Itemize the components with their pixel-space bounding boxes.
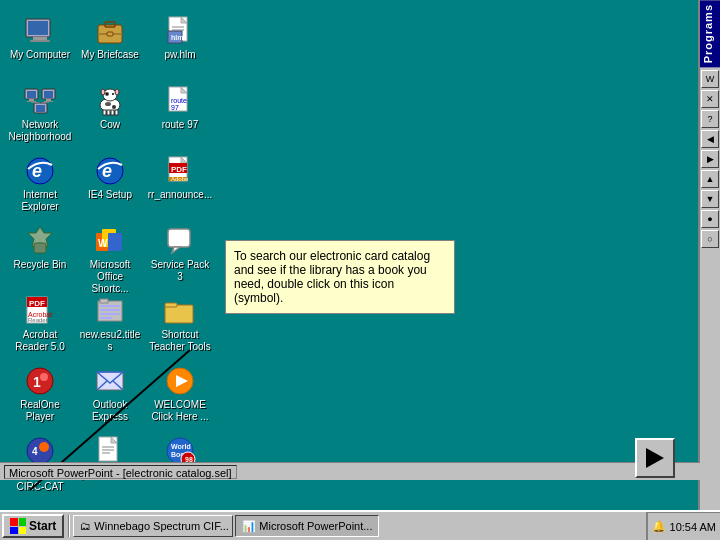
svg-point-84 <box>27 438 53 464</box>
callout-box: To search our electronic card catalog an… <box>225 240 455 314</box>
acrobat-icon: PDF Acrobat Reader <box>24 295 56 327</box>
icon-label: pw.hlm <box>164 49 195 61</box>
sidebar-btn-up[interactable]: ▲ <box>701 170 719 188</box>
svg-rect-74 <box>165 303 177 307</box>
svg-text:PDF: PDF <box>171 165 187 174</box>
programs-label: Programs <box>700 0 720 67</box>
svg-point-29 <box>105 102 111 106</box>
taskbar-item-label: Microsoft PowerPoint... <box>259 520 372 532</box>
desktop-icon-ms-office[interactable]: W Microsoft Office Shortc... <box>75 220 145 288</box>
svg-rect-1 <box>28 21 48 35</box>
desktop-icon-rr-announce[interactable]: PDF Adobe rr_announce... <box>145 150 215 218</box>
start-label: Start <box>29 519 56 533</box>
callout-text: To search our electronic card catalog an… <box>234 249 430 305</box>
svg-point-77 <box>40 373 48 381</box>
taskbar-clock: 🔔 10:54 AM <box>646 512 720 540</box>
icon-label: Shortcut Teacher Tools <box>148 329 213 353</box>
desktop-icon-realplayer[interactable]: 1 RealOne Player <box>5 360 75 428</box>
svg-rect-72 <box>100 317 112 319</box>
svg-rect-68 <box>100 299 108 303</box>
svg-point-86 <box>39 442 49 452</box>
taskbar-item-icon: 📊 <box>242 520 256 533</box>
desktop-icon-service-pack[interactable]: Service Pack 3 <box>145 220 215 288</box>
svg-rect-37 <box>107 110 110 115</box>
icon-grid: My Computer My Briefcase <box>0 5 220 505</box>
svg-text:PDF: PDF <box>29 299 45 308</box>
desktop-icon-network[interactable]: Network Neighborhood <box>5 80 75 148</box>
svg-rect-60 <box>168 229 190 247</box>
play-triangle-icon <box>646 448 664 468</box>
svg-rect-3 <box>30 40 50 42</box>
desktop-icon-my-computer[interactable]: My Computer <box>5 10 75 78</box>
sidebar-btn-right[interactable]: ▶ <box>701 150 719 168</box>
sidebar-btn-circle[interactable]: ● <box>701 210 719 228</box>
office-icon: W <box>94 225 126 257</box>
service-pack-icon <box>164 225 196 257</box>
icon-label: Recycle Bin <box>14 259 67 271</box>
taskbar: Start 🗂 Winnebago Spectrum CIF... 📊 Micr… <box>0 510 720 540</box>
cow-icon <box>94 85 126 117</box>
icon-label: route 97 <box>162 119 199 131</box>
svg-rect-20 <box>44 91 53 98</box>
icon-label: My Briefcase <box>81 49 139 61</box>
play-button[interactable] <box>635 438 675 478</box>
icon-label: Cow <box>100 119 120 131</box>
windows-icon <box>10 518 26 534</box>
sidebar-btn-w[interactable]: W <box>701 70 719 88</box>
sidebar-btn-x[interactable]: ✕ <box>701 90 719 108</box>
right-sidebar: Programs W ✕ ? ◀ ▶ ▲ ▼ ● ○ <box>698 0 720 510</box>
svg-rect-55 <box>34 243 46 253</box>
desktop-icon-route97[interactable]: route 97 route 97 <box>145 80 215 148</box>
svg-rect-17 <box>29 99 34 101</box>
recycle-bin-icon <box>24 225 56 257</box>
icon-label: Outlook Express <box>78 399 143 423</box>
clock-time: 10:54 AM <box>670 521 716 533</box>
svg-text:1: 1 <box>33 374 41 390</box>
briefcase-icon <box>94 15 126 47</box>
desktop-icon-new-esu2[interactable]: new.esu2.titles <box>75 290 145 358</box>
desktop-icon-cow[interactable]: Cow <box>75 80 145 148</box>
start-button[interactable]: Start <box>2 514 64 538</box>
svg-text:4: 4 <box>32 446 38 457</box>
svg-rect-71 <box>100 313 120 315</box>
svg-rect-73 <box>165 305 193 323</box>
svg-text:Reader: Reader <box>28 317 48 323</box>
icon-label: Acrobat Reader 5.0 <box>8 329 73 353</box>
icon-label: Internet Explorer <box>8 189 73 213</box>
desktop-icon-acrobat[interactable]: PDF Acrobat Reader Acrobat Reader 5.0 <box>5 290 75 358</box>
network-icon <box>24 85 56 117</box>
desktop-icon-shortcut-tools[interactable]: Shortcut Teacher Tools <box>145 290 215 358</box>
sidebar-btn-search[interactable]: ? <box>701 110 719 128</box>
svg-line-26 <box>41 102 49 103</box>
svg-rect-39 <box>115 110 118 115</box>
taskbar-item-icon: 🗂 <box>80 520 91 532</box>
svg-text:Adobe: Adobe <box>171 176 189 182</box>
welcome-icon <box>164 365 196 397</box>
svg-rect-2 <box>33 37 47 40</box>
svg-point-30 <box>112 105 116 109</box>
ie4-icon: e <box>94 155 126 187</box>
sidebar-btn-down[interactable]: ▼ <box>701 190 719 208</box>
svg-point-34 <box>106 93 108 95</box>
svg-point-35 <box>112 93 114 95</box>
desktop-icon-pw-hlm[interactable]: hlm pw.hlm <box>145 10 215 78</box>
desktop-icon-recycle[interactable]: Recycle Bin <box>5 220 75 288</box>
desktop-icon-ie1[interactable]: e Internet Explorer <box>5 150 75 218</box>
sidebar-btn-left[interactable]: ◀ <box>701 130 719 148</box>
svg-marker-61 <box>172 247 180 253</box>
outlook-icon <box>94 365 126 397</box>
desktop: My Computer My Briefcase <box>0 0 700 510</box>
svg-text:route: route <box>171 97 187 104</box>
desktop-icon-welcome[interactable]: WELCOME Click Here ... <box>145 360 215 428</box>
taskbar-item-powerpoint[interactable]: 📊 Microsoft PowerPoint... <box>235 515 379 537</box>
desktop-icon-my-briefcase[interactable]: My Briefcase <box>75 10 145 78</box>
sidebar-btn-circle2[interactable]: ○ <box>701 230 719 248</box>
desktop-icon-outlook[interactable]: Outlook Express <box>75 360 145 428</box>
taskbar-item-winnebago[interactable]: 🗂 Winnebago Spectrum CIF... <box>73 515 233 537</box>
svg-rect-16 <box>27 91 36 98</box>
icon-label: Network Neighborhood <box>8 119 73 143</box>
desktop-icon-ie4setup[interactable]: e IE4 Setup <box>75 150 145 218</box>
route97-icon: route 97 <box>164 85 196 117</box>
svg-text:World: World <box>171 443 191 450</box>
svg-rect-21 <box>46 99 51 101</box>
